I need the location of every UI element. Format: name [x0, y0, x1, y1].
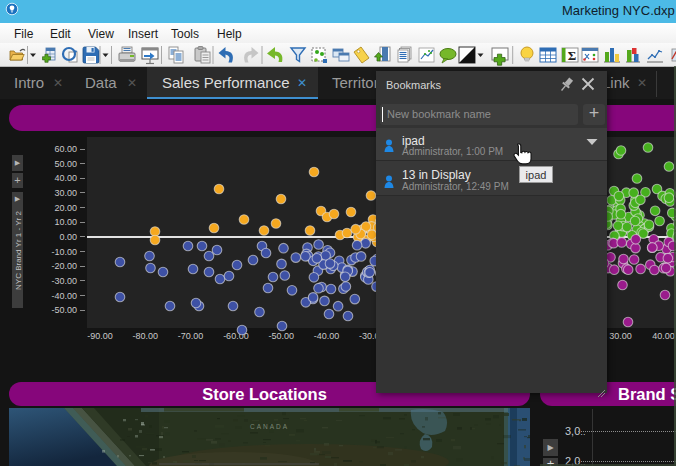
svg-text:CANADA: CANADA [250, 423, 289, 430]
